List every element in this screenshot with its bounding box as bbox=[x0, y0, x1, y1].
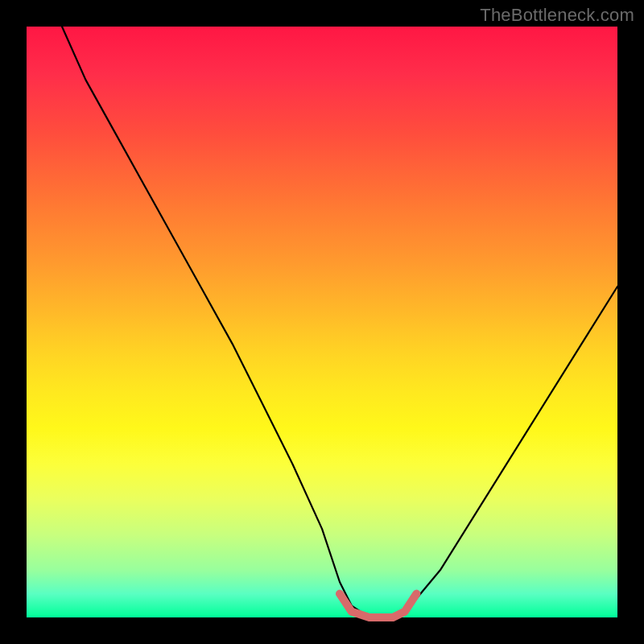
curve-layer bbox=[27, 27, 617, 617]
optimal-zone-marker bbox=[340, 594, 416, 617]
plot-area bbox=[27, 27, 617, 617]
watermark-text: TheBottleneck.com bbox=[480, 5, 634, 26]
chart-container: TheBottleneck.com bbox=[0, 0, 644, 644]
bottleneck-curve bbox=[62, 27, 617, 617]
